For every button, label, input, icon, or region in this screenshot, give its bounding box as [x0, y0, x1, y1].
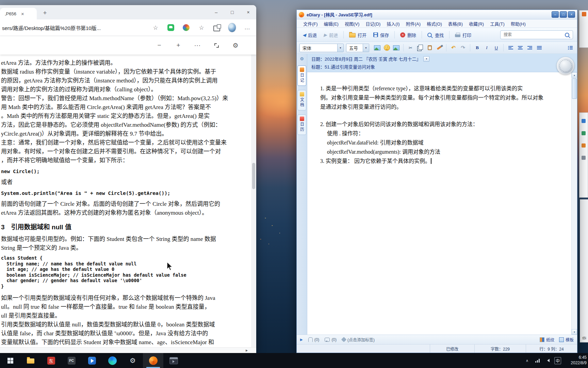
- favorites-add-star-icon[interactable]: ☆: [151, 24, 160, 32]
- scroll-down-arrow-icon[interactable]: ▼: [572, 329, 577, 335]
- menu-item-4[interactable]: 日记(D): [362, 20, 383, 28]
- attachment-count[interactable]: (0): [308, 337, 320, 342]
- ediary-search-input[interactable]: [503, 32, 565, 37]
- sidebar-tab-diary[interactable]: 日记: [297, 65, 306, 86]
- editor-vertical-scrollbar[interactable]: ▲ ▼: [571, 72, 577, 335]
- tray-volume-icon[interactable]: [542, 353, 553, 368]
- align-center-button[interactable]: [516, 44, 524, 52]
- browser-minimize-button[interactable]: –: [208, 5, 224, 19]
- tray-network-icon[interactable]: [532, 353, 542, 368]
- taskbar-app-blue[interactable]: [82, 353, 102, 368]
- ediary-titlebar[interactable]: eDiary - [林风 - JavaSE学习.edf] – □ ×: [297, 10, 577, 19]
- taskbar-edge[interactable]: [102, 353, 122, 368]
- taskbar-settings[interactable]: ⚙: [122, 353, 143, 368]
- tab-close-icon[interactable]: ×: [21, 11, 24, 16]
- favorites-star-icon[interactable]: ☆: [197, 24, 206, 32]
- insert-image-button[interactable]: [373, 44, 381, 52]
- pdf-viewport[interactable]: etArea 方法。方法作为对象上的操作被调用。数据域 radius 称作实例变…: [0, 55, 256, 347]
- pdf-horizontal-scrollbar[interactable]: ▶: [0, 347, 256, 353]
- open-button[interactable]: 打开: [346, 30, 370, 40]
- forward-button[interactable]: ▶ 前进: [321, 30, 341, 40]
- browser-tab[interactable]: ,P656 ×: [0, 8, 37, 19]
- save-button[interactable]: 保存: [370, 30, 392, 40]
- delete-button[interactable]: 删除: [397, 30, 419, 40]
- taskbar-ediary[interactable]: [143, 353, 163, 368]
- insert-emoticon-button[interactable]: [382, 44, 391, 52]
- pdf-vertical-scrollbar[interactable]: [251, 55, 256, 347]
- tags-field[interactable]: (点击添加标签): [342, 337, 375, 342]
- taskbar-file-explorer[interactable]: [20, 353, 41, 368]
- bullet-list-button[interactable]: [566, 44, 574, 52]
- align-right-button[interactable]: [525, 44, 534, 52]
- comment-count[interactable]: (0): [325, 337, 337, 342]
- browser-maximize-button[interactable]: □: [224, 5, 240, 19]
- menu-item-1[interactable]: 文件(F): [300, 20, 321, 28]
- font-family-select[interactable]: 宋体 ▼: [299, 44, 344, 52]
- taskbar-media-player[interactable]: [163, 353, 184, 368]
- pdf-more-button[interactable]: ···: [192, 40, 202, 51]
- menu-item-6[interactable]: 附件(A): [403, 20, 424, 28]
- underline-button[interactable]: U: [492, 44, 501, 52]
- sidebar-tab-documents[interactable]: 文档: [297, 90, 306, 110]
- align-left-button[interactable]: [506, 44, 515, 52]
- copy-button[interactable]: [416, 44, 424, 52]
- pdf-scrollbar-thumb[interactable]: [252, 163, 255, 189]
- cut-button[interactable]: ✂: [406, 44, 415, 52]
- partial-toolbar-icon-1: [582, 119, 586, 123]
- chevron-down-icon[interactable]: ▼: [337, 44, 343, 52]
- sidebar-gear-icon[interactable]: ⚙: [300, 56, 304, 61]
- menu-item-7[interactable]: 格式(O): [424, 20, 445, 28]
- tray-ime-indicator[interactable]: 中: [553, 353, 563, 368]
- extension-pinwheel-icon[interactable]: [182, 24, 190, 32]
- menu-item-9[interactable]: 收藏(R): [466, 20, 487, 28]
- bold-button[interactable]: B: [473, 44, 481, 52]
- redo-button[interactable]: ↷: [459, 44, 467, 52]
- find-button[interactable]: 查找: [424, 30, 447, 40]
- chevron-down-icon[interactable]: ▼: [363, 44, 369, 52]
- ediary-maximize-button[interactable]: □: [560, 11, 567, 18]
- ediary-minimize-button[interactable]: –: [552, 11, 559, 18]
- pdf-fit-page-button[interactable]: [211, 40, 222, 51]
- menu-item-8[interactable]: 表格(B): [445, 20, 466, 28]
- collections-icon[interactable]: [213, 24, 221, 32]
- template-button[interactable]: 模板: [559, 337, 574, 342]
- menu-item-3[interactable]: 视图(V): [342, 20, 362, 28]
- print-button[interactable]: 打印: [452, 30, 474, 40]
- taskbar-clock[interactable]: 6:45 2022/8/9: [563, 355, 588, 366]
- profile-avatar[interactable]: [228, 24, 236, 32]
- ediary-close-button[interactable]: ×: [568, 11, 575, 18]
- paste-button[interactable]: [425, 44, 434, 52]
- tray-chevron-up-icon[interactable]: ∧: [522, 353, 532, 368]
- pdf-settings-button[interactable]: ⚙: [230, 40, 241, 51]
- menu-item-2[interactable]: 编辑(E): [321, 20, 342, 28]
- paper-texture-button[interactable]: 纸纹: [540, 337, 554, 342]
- insert-picture-button[interactable]: [392, 44, 401, 52]
- pdf-line: class Student {: [1, 255, 249, 261]
- back-button[interactable]: ◀ 后退: [299, 30, 320, 40]
- start-button[interactable]: [0, 353, 20, 368]
- pdf-zoom-out-button[interactable]: −: [154, 40, 164, 51]
- date-dropdown-icon[interactable]: ▼: [423, 56, 429, 62]
- address-url[interactable]: sers/路遥/Desktop/基础篇%20原书第10版...: [2, 24, 147, 31]
- menu-item-10[interactable]: 工具(T): [487, 20, 508, 28]
- menu-item-5[interactable]: 插入(I): [383, 20, 403, 28]
- font-size-select[interactable]: 五号 ▼: [346, 44, 369, 52]
- ediary-editor[interactable]: 1. 类是一种引用类型（reference type），这意味着给类类型的变量都…: [307, 72, 572, 335]
- scroll-right-arrow-icon[interactable]: ▶: [244, 348, 249, 353]
- undo-button[interactable]: ↶: [449, 44, 458, 52]
- pdf-zoom-in-button[interactable]: +: [173, 40, 183, 51]
- sidebar-tab-calendar[interactable]: 日历: [297, 114, 306, 135]
- menu-item-11[interactable]: 帮助(H): [508, 20, 529, 28]
- evernote-extension-icon[interactable]: [167, 24, 175, 32]
- format-painter-button[interactable]: [435, 44, 443, 52]
- expand-panel-icon[interactable]: ▶: [300, 338, 303, 341]
- align-justify-button[interactable]: [535, 44, 543, 52]
- browser-more-menu-icon[interactable]: …: [243, 24, 251, 32]
- taskbar-app-pc[interactable]: PC: [61, 353, 82, 368]
- italic-button[interactable]: I: [483, 44, 491, 52]
- editor-scrollbar-thumb[interactable]: [572, 78, 577, 99]
- browser-close-button[interactable]: ×: [240, 5, 256, 19]
- taskbar-app-east[interactable]: 东: [41, 353, 61, 368]
- new-tab-button[interactable]: +: [40, 8, 50, 18]
- scroll-up-arrow-icon[interactable]: ▲: [572, 72, 577, 78]
